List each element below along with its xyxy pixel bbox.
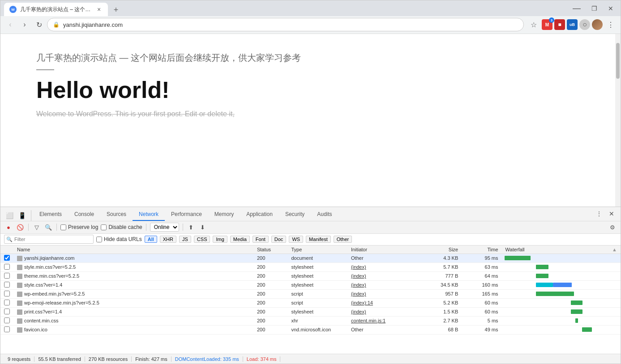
preserve-log-checkbox[interactable] (60, 224, 66, 230)
tab-memory[interactable]: Memory (208, 208, 240, 221)
devtools-close-button[interactable]: ✕ (606, 208, 617, 219)
row-initiator[interactable]: content.min.js:1 (347, 316, 416, 325)
filter-ws-button[interactable]: WS (289, 236, 303, 243)
ext-icon-3[interactable]: uB (567, 19, 578, 30)
device-mode-icon[interactable]: 📱 (17, 210, 27, 221)
table-row[interactable]: theme.min.css?ver=5.2.5 200 stylesheet (… (0, 271, 621, 280)
close-button[interactable]: ✕ (604, 5, 617, 12)
address-bar[interactable]: 🔒 (47, 18, 524, 31)
row-checkbox[interactable] (4, 273, 10, 279)
inspect-element-icon[interactable]: ⬜ (4, 210, 15, 221)
table-row[interactable]: yanshi.jiqianhanre.com 200 document Othe… (0, 254, 621, 262)
ext-icon-1[interactable]: M 3 (542, 19, 552, 30)
row-initiator[interactable]: (index) (347, 307, 416, 316)
new-tab-button[interactable]: + (110, 4, 122, 16)
active-tab[interactable]: W 几千寒热的演示站点 – 这个网站... × (4, 3, 108, 16)
hide-data-urls-label[interactable]: Hide data URLs (96, 236, 142, 242)
filter-font-button[interactable]: Font (253, 236, 269, 243)
filter-other-button[interactable]: Other (334, 236, 352, 243)
filter-all-button[interactable]: All (145, 236, 157, 243)
row-initiator[interactable]: (index) (347, 280, 416, 289)
scrollbar-thumb[interactable] (616, 43, 620, 79)
network-table-wrap[interactable]: Name Status Type Initiator Size Time Wat… (0, 245, 621, 354)
restore-button[interactable]: ❐ (588, 5, 601, 12)
clear-button[interactable]: 🚫 (16, 223, 25, 232)
row-checkbox[interactable] (4, 282, 10, 288)
preserve-log-label[interactable]: Preserve log (60, 224, 98, 230)
filter-media-button[interactable]: Media (230, 236, 250, 243)
page-scrollbar[interactable] (615, 34, 621, 207)
table-row[interactable]: favicon.ico 200 vnd.microsoft.icon Other… (0, 325, 621, 334)
minimize-button[interactable]: — (569, 4, 584, 13)
table-row[interactable]: style.min.css?ver=5.2.5 200 stylesheet (… (0, 262, 621, 271)
tab-audits[interactable]: Audits (311, 208, 338, 221)
filter-input-wrap[interactable]: 🔍 (4, 235, 94, 244)
row-checkbox-cell[interactable] (0, 316, 13, 325)
filter-manifest-button[interactable]: Manifest (306, 236, 331, 243)
export-har-button[interactable]: ⬇ (198, 223, 207, 232)
th-type[interactable]: Type (288, 245, 348, 254)
filter-js-button[interactable]: JS (179, 236, 191, 243)
row-initiator[interactable]: (index) (347, 271, 416, 280)
import-har-button[interactable]: ⬆ (187, 223, 196, 232)
tab-sources[interactable]: Sources (100, 208, 133, 221)
row-checkbox-cell[interactable] (0, 325, 13, 334)
tab-security[interactable]: Security (279, 208, 311, 221)
row-checkbox-cell[interactable] (0, 298, 13, 307)
table-row[interactable]: wp-emoji-release.min.js?ver=5.2.5 200 sc… (0, 298, 621, 307)
filter-doc-button[interactable]: Doc (271, 236, 287, 243)
tab-console[interactable]: Console (68, 208, 100, 221)
record-button[interactable]: ● (4, 223, 13, 232)
tab-network[interactable]: Network (133, 208, 165, 221)
th-time[interactable]: Time (462, 245, 501, 254)
th-initiator[interactable]: Initiator (347, 245, 416, 254)
ext-icon-2[interactable]: ■ (554, 19, 565, 30)
filter-css-button[interactable]: CSS (194, 236, 210, 243)
row-checkbox-cell[interactable] (0, 254, 13, 262)
forward-button[interactable]: › (18, 18, 31, 31)
user-avatar[interactable] (592, 19, 603, 30)
row-checkbox[interactable] (4, 255, 10, 261)
tab-close-button[interactable]: × (95, 6, 103, 13)
ext-icon-4[interactable]: ○ (579, 19, 590, 30)
tab-application[interactable]: Application (240, 208, 279, 221)
table-row[interactable]: print.css?ver=1.4 200 stylesheet (index)… (0, 307, 621, 316)
disable-cache-checkbox[interactable] (101, 224, 107, 230)
row-checkbox[interactable] (4, 317, 10, 323)
row-checkbox[interactable] (4, 291, 10, 296)
tab-elements[interactable]: Elements (33, 208, 68, 221)
row-checkbox-cell[interactable] (0, 289, 13, 298)
search-button[interactable]: 🔍 (44, 223, 53, 232)
url-input[interactable] (63, 21, 518, 28)
th-status[interactable]: Status (253, 245, 288, 254)
menu-button[interactable]: ⋮ (604, 18, 617, 31)
filter-input[interactable] (14, 237, 91, 242)
row-checkbox-cell[interactable] (0, 262, 13, 271)
row-checkbox[interactable] (4, 264, 10, 270)
devtools-settings-button[interactable]: ⚙ (608, 223, 617, 232)
hide-data-urls-checkbox[interactable] (96, 237, 102, 242)
row-initiator[interactable]: (index) (347, 289, 416, 298)
filter-img-button[interactable]: Img (213, 236, 227, 243)
table-row[interactable]: style.css?ver=1.4 200 stylesheet (index)… (0, 280, 621, 289)
filter-xhr-button[interactable]: XHR (160, 236, 176, 243)
table-row[interactable]: wp-embed.min.js?ver=5.2.5 200 script (in… (0, 289, 621, 298)
bookmark-button[interactable]: ☆ (527, 18, 540, 31)
th-name[interactable]: Name (13, 245, 253, 254)
row-checkbox[interactable] (4, 309, 10, 314)
throttle-select[interactable]: Online (150, 223, 179, 232)
tab-performance[interactable]: Performance (165, 208, 208, 221)
devtools-more-button[interactable]: ⋮ (594, 208, 604, 219)
row-checkbox-cell[interactable] (0, 280, 13, 289)
row-checkbox-cell[interactable] (0, 307, 13, 316)
row-initiator[interactable]: (index):14 (347, 298, 416, 307)
row-checkbox[interactable] (4, 326, 10, 332)
row-checkbox[interactable] (4, 300, 10, 305)
row-initiator[interactable]: (index) (347, 262, 416, 271)
reload-button[interactable]: ↻ (33, 18, 45, 31)
row-checkbox-cell[interactable] (0, 271, 13, 280)
back-button[interactable]: ‹ (4, 18, 17, 31)
filter-button[interactable]: ▽ (32, 223, 41, 232)
table-row[interactable]: content.min.css 200 xhr content.min.js:1… (0, 316, 621, 325)
th-size[interactable]: Size (416, 245, 462, 254)
